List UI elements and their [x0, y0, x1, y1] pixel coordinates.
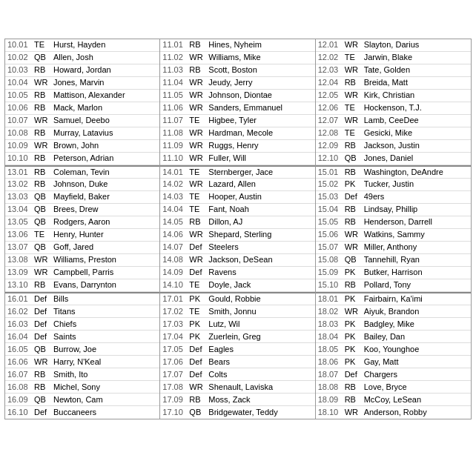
position: PK: [345, 294, 364, 304]
player-name: Brown, John: [53, 141, 157, 150]
table-row: 13.04QBBrees, Drew: [5, 204, 159, 216]
player-name: Higbee, Tyler: [208, 116, 312, 125]
position: WR: [189, 78, 208, 87]
table-row: 10.10RBPeterson, Adrian: [5, 153, 159, 165]
player-name: Allen, Josh: [53, 53, 157, 62]
table-row: 17.08WRShenault, Laviska: [160, 381, 314, 394]
player-name: Ruggs, Henry: [208, 141, 312, 150]
position: RB: [345, 167, 364, 177]
player-name: Zuerlein, Greg: [208, 332, 312, 342]
player-name: Tate, Golden: [364, 65, 469, 75]
table-row: 11.06WRSanders, Emmanuel: [160, 102, 314, 115]
player-name: Aiyuk, Brandon: [364, 307, 469, 316]
position: RB: [345, 280, 364, 290]
table-row: 12.08TEGesicki, Mike: [316, 127, 471, 140]
position: WR: [34, 116, 53, 125]
pick-number: 10.06: [7, 103, 34, 113]
pick-number: 12.02: [318, 53, 345, 62]
pick-number: 15.05: [318, 217, 345, 227]
table-row: 13.05QBRodgers, Aaron: [5, 216, 159, 229]
pick-number: 13.10: [7, 280, 34, 290]
pick-number: 14.09: [162, 268, 189, 277]
position: PK: [345, 268, 364, 277]
position: WR: [345, 408, 364, 417]
position: WR: [189, 382, 208, 392]
position: RB: [34, 167, 53, 177]
pick-number: 10.05: [7, 90, 34, 100]
table-row: 11.03RBScott, Boston: [160, 64, 314, 77]
pick-number: 18.08: [318, 382, 345, 392]
pick-number: 14.03: [162, 192, 189, 202]
table-row: 16.07RBSmith, Ito: [5, 368, 159, 381]
position: TE: [189, 192, 208, 202]
table-row: 17.07DefColts: [160, 368, 314, 381]
table-row: 15.07WRMiller, Anthony: [316, 242, 471, 254]
player-name: Rodgers, Aaron: [53, 217, 157, 227]
player-name: Fairbairn, Ka'imi: [364, 294, 469, 304]
player-name: Williams, Mike: [208, 53, 312, 62]
pick-number: 17.05: [162, 345, 189, 354]
pick-number: 12.03: [318, 65, 345, 75]
table-row: 17.02TESmith, Jonnu: [160, 305, 314, 318]
player-name: Butker, Harrison: [364, 268, 469, 277]
table-row: 14.03TEHooper, Austin: [160, 191, 314, 204]
table-row: 16.03DefChiefs: [5, 318, 159, 331]
player-name: Shepard, Sterling: [208, 230, 312, 239]
position: RB: [34, 128, 53, 138]
player-name: Hooper, Austin: [208, 192, 312, 202]
position: WR: [345, 307, 364, 316]
position: WR: [189, 128, 208, 138]
table-row: 14.07DefSteelers: [160, 242, 314, 254]
pick-number: 10.04: [7, 78, 34, 87]
pick-number: 18.06: [318, 357, 345, 367]
player-name: Lazard, Allen: [208, 179, 312, 189]
table-row: 14.10TEDoyle, Jack: [160, 279, 314, 292]
pick-number: 16.10: [7, 408, 34, 417]
player-name: Titans: [53, 307, 157, 316]
position: WR: [345, 116, 364, 125]
pick-number: 17.04: [162, 332, 189, 342]
pick-number: 18.10: [318, 408, 345, 417]
player-name: Jeudy, Jerry: [208, 78, 312, 87]
player-name: Slayton, Darius: [364, 40, 469, 50]
pick-number: 13.09: [7, 268, 34, 277]
table-row: 11.07TEHigbee, Tyler: [160, 115, 314, 127]
pick-number: 15.04: [318, 205, 345, 214]
player-name: Colts: [208, 370, 312, 379]
pick-number: 18.04: [318, 332, 345, 342]
player-name: Lindsay, Phillip: [364, 205, 469, 214]
player-name: Breida, Matt: [364, 78, 469, 87]
player-name: Howard, Jordan: [53, 65, 157, 75]
table-row: 17.03PKLutz, Wil: [160, 318, 314, 331]
position: WR: [345, 230, 364, 239]
table-row: 14.04TEFant, Noah: [160, 204, 314, 216]
pick-number: 13.05: [7, 217, 34, 227]
table-row: 12.07WRLamb, CeeDee: [316, 115, 471, 127]
table-row: 18.05PKKoo, Younghoe: [316, 343, 471, 356]
pick-number: 10.03: [7, 65, 34, 75]
player-name: Hurst, Hayden: [53, 40, 157, 50]
table-row: 12.06TEHockenson, T.J.: [316, 102, 471, 115]
table-row: 14.09DefRavens: [160, 267, 314, 279]
player-name: Johnson, Duke: [53, 179, 157, 189]
table-row: 14.02WRLazard, Allen: [160, 179, 314, 191]
player-name: Samuel, Deebo: [53, 116, 157, 125]
table-row: 12.05WRKirk, Christian: [316, 90, 471, 102]
table-row: 10.08RBMurray, Latavius: [5, 127, 159, 140]
table-row: 18.07DefChargers: [316, 368, 471, 381]
player-name: Buccaneers: [53, 408, 157, 417]
table-row: 12.09RBJackson, Justin: [316, 140, 471, 153]
player-name: Campbell, Parris: [53, 268, 157, 277]
pick-number: 15.07: [318, 242, 345, 252]
pick-number: 13.06: [7, 230, 34, 239]
draft-board: 10.01TEHurst, Hayden10.02QBAllen, Josh10…: [4, 39, 472, 419]
position: TE: [34, 230, 53, 239]
pick-number: 18.03: [318, 319, 345, 329]
player-name: Kirk, Christian: [364, 90, 469, 100]
pick-number: 18.09: [318, 395, 345, 405]
table-row: 18.08RBLove, Bryce: [316, 381, 471, 394]
player-name: Chiefs: [53, 319, 157, 329]
player-name: Washington, DeAndre: [364, 167, 469, 177]
position: QB: [34, 345, 53, 354]
pick-number: 15.03: [318, 192, 345, 202]
